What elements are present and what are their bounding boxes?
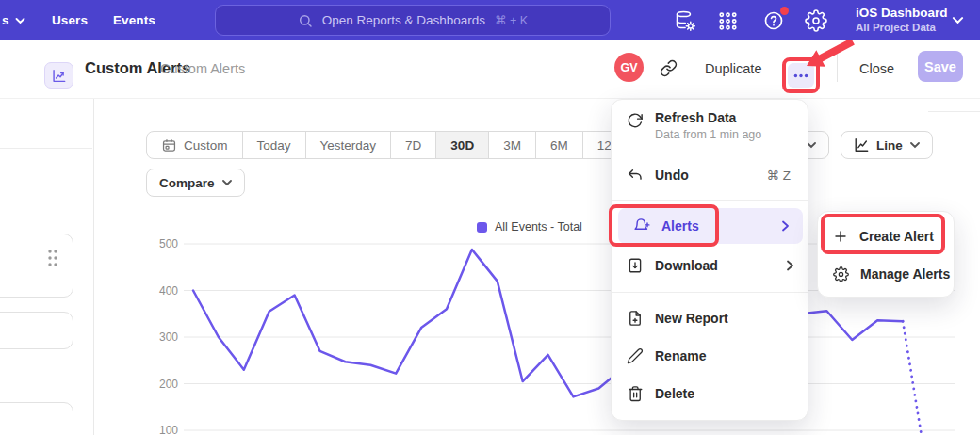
panel-row-divider bbox=[0, 148, 92, 149]
left-panel-divider bbox=[93, 99, 94, 435]
submenu-item-label: Create Alert bbox=[859, 229, 934, 244]
chevron-down-icon bbox=[15, 18, 25, 24]
refresh-icon bbox=[627, 112, 644, 129]
line-chart-icon bbox=[854, 137, 869, 153]
search-placeholder: Open Reports & Dashboards bbox=[322, 13, 485, 27]
panel-row-divider bbox=[0, 185, 92, 185]
chevron-down-icon bbox=[222, 180, 232, 186]
more-options-button[interactable] bbox=[788, 63, 814, 88]
menu-divider bbox=[612, 200, 808, 201]
project-scope: All Project Data bbox=[856, 22, 936, 33]
plus-icon bbox=[833, 229, 848, 244]
app-window: 500400300200100 All Events - Total Custo… bbox=[0, 0, 980, 435]
ellipsis-icon bbox=[793, 73, 808, 78]
gear-icon bbox=[833, 266, 849, 282]
menu-item-label: Alerts bbox=[662, 218, 699, 234]
share-link-icon[interactable] bbox=[660, 59, 678, 77]
range-30d[interactable]: 30D bbox=[435, 132, 488, 158]
range-label: 30D bbox=[450, 138, 474, 153]
menu-item-label: Delete bbox=[655, 386, 694, 401]
alert-bell-plus-icon bbox=[633, 218, 650, 234]
menu-item-label: Undo bbox=[655, 168, 689, 183]
drag-handle-icon[interactable] bbox=[46, 248, 59, 268]
query-card[interactable] bbox=[0, 312, 74, 349]
new-report-icon bbox=[627, 310, 644, 327]
menu-item-label: Refresh Data bbox=[655, 110, 761, 125]
svg-text:200: 200 bbox=[159, 378, 178, 391]
calendar-icon bbox=[161, 137, 177, 153]
query-card[interactable] bbox=[0, 234, 74, 298]
svg-text:100: 100 bbox=[159, 424, 178, 435]
submenu-item-manage-alerts[interactable]: Manage Alerts bbox=[818, 257, 954, 291]
range-label: 6M bbox=[550, 138, 568, 153]
submenu-item-create-alert[interactable]: Create Alert bbox=[818, 219, 954, 253]
menu-item-subtitle: Data from 1 min ago bbox=[655, 128, 761, 141]
menu-item-label: New Report bbox=[655, 311, 728, 326]
data-management-icon[interactable] bbox=[674, 9, 696, 32]
svg-text:400: 400 bbox=[159, 284, 178, 298]
search-shortcut: ⌘ + K bbox=[495, 13, 528, 27]
report-icon bbox=[44, 62, 74, 89]
breadcrumb: Custom Alerts bbox=[160, 61, 245, 76]
menu-shortcut: ⌘ Z bbox=[767, 168, 792, 183]
range-label: Yesterday bbox=[320, 138, 377, 153]
chevron-down-icon bbox=[952, 17, 964, 24]
duplicate-button[interactable]: Duplicate bbox=[705, 61, 761, 76]
chevron-right-icon bbox=[786, 260, 794, 271]
panel-edge-line bbox=[928, 111, 980, 112]
range-label: 3M bbox=[503, 138, 521, 153]
range-7d[interactable]: 7D bbox=[390, 132, 435, 158]
range-3m[interactable]: 3M bbox=[488, 132, 535, 158]
svg-text:300: 300 bbox=[159, 330, 178, 344]
menu-item-alerts[interactable]: Alerts bbox=[618, 208, 803, 244]
nav-item-users[interactable]: Users bbox=[52, 13, 88, 27]
report-header: Custom Alerts Custom Alerts GV Duplicate… bbox=[0, 40, 980, 99]
range-label: Today bbox=[257, 138, 291, 153]
apps-grid-icon[interactable] bbox=[717, 10, 739, 32]
compare-label: Compare bbox=[159, 176, 215, 190]
context-menu: Refresh Data Data from 1 min ago Undo ⌘ … bbox=[611, 99, 808, 421]
menu-item-label: Rename bbox=[655, 348, 706, 363]
avatar[interactable]: GV bbox=[614, 53, 644, 82]
panel-row-divider bbox=[0, 105, 92, 105]
chevron-right-icon bbox=[781, 220, 790, 232]
legend-swatch bbox=[477, 222, 487, 233]
query-card[interactable] bbox=[0, 402, 74, 435]
chevron-down-icon bbox=[910, 142, 920, 149]
nav-item-partial[interactable]: s bbox=[2, 13, 9, 27]
menu-divider bbox=[612, 292, 808, 293]
menu-item-undo[interactable]: Undo ⌘ Z bbox=[612, 158, 808, 192]
legend-label: All Events - Total bbox=[495, 220, 582, 234]
menu-item-delete[interactable]: Delete bbox=[612, 377, 808, 411]
chart-type-button[interactable]: Line bbox=[841, 131, 933, 159]
chart-type-label: Line bbox=[876, 138, 903, 153]
undo-icon bbox=[627, 167, 644, 184]
settings-gear-icon[interactable] bbox=[805, 9, 827, 32]
date-range-control: Custom Today Yesterday 7D 30D 3M 6M 12M bbox=[146, 131, 637, 159]
submenu-item-label: Manage Alerts bbox=[860, 266, 950, 282]
download-icon bbox=[627, 257, 644, 274]
menu-item-download[interactable]: Download bbox=[612, 249, 808, 282]
top-nav: s Users Events Open Reports & Dashboards… bbox=[0, 0, 980, 40]
menu-item-new-report[interactable]: New Report bbox=[612, 301, 808, 335]
range-custom[interactable]: Custom bbox=[147, 132, 242, 158]
notification-dot bbox=[780, 7, 789, 15]
pencil-icon bbox=[627, 347, 644, 364]
menu-item-label: Download bbox=[655, 258, 718, 273]
save-button[interactable]: Save bbox=[918, 51, 963, 82]
trash-icon bbox=[627, 385, 644, 402]
menu-item-refresh-data[interactable]: Refresh Data Data from 1 min ago bbox=[612, 107, 808, 153]
range-label: 7D bbox=[405, 138, 421, 153]
close-button[interactable]: Close bbox=[859, 61, 894, 76]
header-divider bbox=[837, 52, 838, 82]
svg-text:500: 500 bbox=[159, 237, 178, 250]
search-input[interactable]: Open Reports & Dashboards ⌘ + K bbox=[215, 5, 611, 36]
range-yesterday[interactable]: Yesterday bbox=[305, 132, 391, 158]
compare-button[interactable]: Compare bbox=[146, 169, 245, 197]
search-icon bbox=[298, 13, 313, 28]
range-6m[interactable]: 6M bbox=[535, 132, 582, 158]
nav-item-events[interactable]: Events bbox=[113, 13, 155, 27]
menu-item-rename[interactable]: Rename bbox=[612, 339, 808, 373]
project-name[interactable]: iOS Dashboard bbox=[856, 6, 948, 20]
range-today[interactable]: Today bbox=[242, 132, 305, 158]
